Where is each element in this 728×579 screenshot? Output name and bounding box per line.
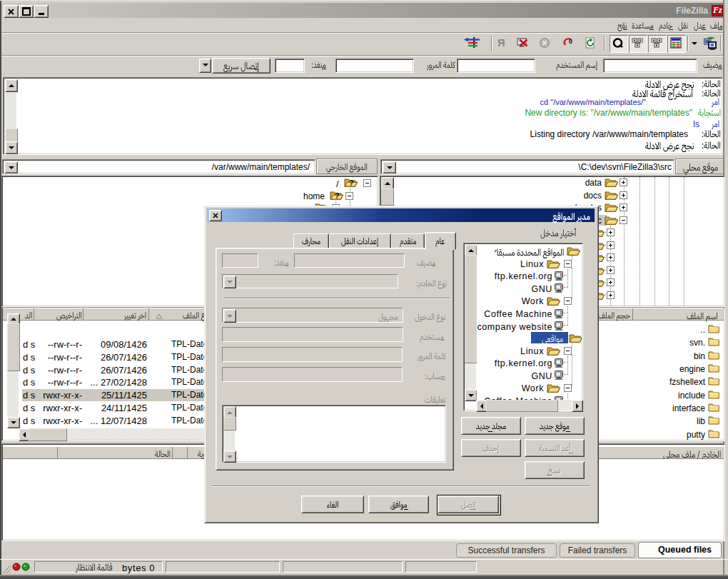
svg-text:0: 0: [569, 38, 572, 45]
